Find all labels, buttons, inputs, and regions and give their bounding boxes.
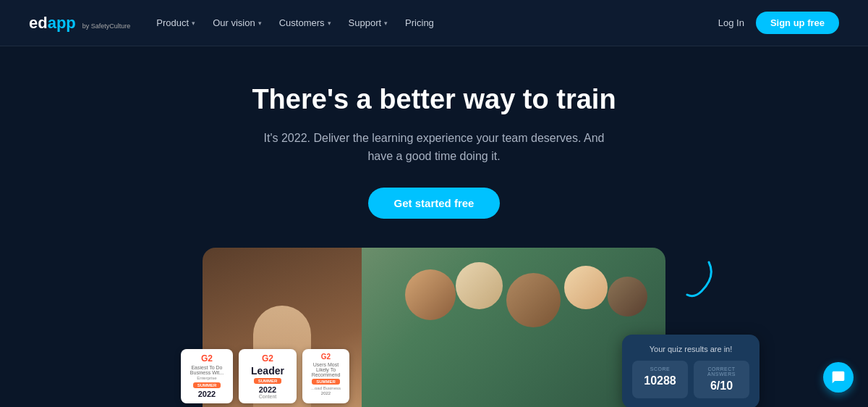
cta-button[interactable]: Get started free — [368, 188, 501, 219]
person-2 — [456, 262, 503, 309]
badge-1-label: Easiest To DoBusiness Wit... — [190, 365, 224, 375]
nav-customers[interactable]: Customers ▾ — [279, 17, 331, 28]
signup-button[interactable]: Sign up free — [756, 12, 839, 34]
nav-support[interactable]: Support ▾ — [349, 17, 388, 28]
chevron-down-icon: ▾ — [192, 20, 195, 27]
navbar: edapp by SafetyCulture Product ▾ Our vis… — [0, 0, 868, 46]
badge-3-year: 2022 — [321, 391, 331, 395]
logo-ed: ed — [29, 14, 48, 33]
g2-logo-2: G2 — [262, 353, 273, 364]
person-1 — [405, 269, 456, 320]
nav-product[interactable]: Product ▾ — [156, 17, 195, 28]
quiz-correct-value: 6/10 — [698, 379, 745, 393]
badges-overlay: G2 Easiest To DoBusiness Wit... Enterpri… — [181, 349, 349, 403]
hero-section: There's a better way to train It's 2022.… — [0, 46, 868, 407]
quiz-correct-label: CORRECT ANSWERS — [698, 366, 745, 377]
nav-pricing[interactable]: Pricing — [405, 17, 434, 28]
logo-sub: by SafetyCulture — [82, 22, 131, 30]
chat-bubble-button[interactable] — [823, 362, 854, 393]
quiz-score-label: SCORE — [637, 366, 684, 372]
person-5 — [608, 277, 647, 316]
chevron-down-icon: ▾ — [258, 20, 262, 27]
chevron-down-icon: ▾ — [384, 20, 388, 27]
badge-2-season: SUMMER — [254, 378, 282, 384]
badge-3-sublabel: ...oad Business — [311, 386, 341, 390]
hero-subtitle: It's 2022. Deliver the learning experien… — [260, 129, 608, 166]
preview-section: G2 Easiest To DoBusiness Wit... Enterpri… — [109, 248, 760, 407]
badge-leader-text: Leader — [251, 365, 284, 377]
logo-app: app — [48, 14, 76, 33]
badge-3-label: Users MostLikely ToRecommend — [312, 362, 341, 377]
preview-right-panel — [362, 248, 665, 407]
quiz-title: Your quiz results are in! — [632, 345, 749, 353]
quiz-score-value: 10288 — [637, 374, 684, 387]
nav-our-vision[interactable]: Our vision ▾ — [213, 17, 262, 28]
quiz-correct: CORRECT ANSWERS 6/10 — [694, 361, 749, 398]
quiz-stats: SCORE 10288 CORRECT ANSWERS 6/10 — [632, 361, 749, 398]
badge-2-content: Content — [259, 394, 277, 399]
person-4 — [564, 266, 608, 309]
badge-2-year: 2022 — [259, 385, 276, 394]
quiz-card: Your quiz results are in! SCORE 10288 CO… — [622, 335, 760, 407]
g2-logo-3: G2 — [321, 353, 331, 361]
deco-curl — [680, 255, 716, 301]
g2-logo-1: G2 — [201, 353, 213, 364]
badge-1-year: 2022 — [198, 390, 216, 398]
nav-links: Product ▾ Our vision ▾ Customers ▾ Suppo… — [156, 17, 718, 28]
badge-leader: G2 Leader SUMMER 2022 Content — [239, 349, 297, 403]
person-3 — [506, 273, 561, 327]
badge-3-season: SUMMER — [312, 379, 340, 385]
nav-actions: Log In Sign up free — [718, 12, 839, 34]
badge-easiest: G2 Easiest To DoBusiness Wit... Enterpri… — [181, 349, 233, 403]
quiz-score: SCORE 10288 — [632, 361, 688, 398]
chevron-down-icon: ▾ — [328, 20, 331, 27]
login-button[interactable]: Log In — [718, 17, 744, 28]
badge-1-season: SUMMER — [193, 382, 221, 388]
hero-title: There's a better way to train — [252, 84, 616, 116]
badge-1-sublabel: Enterprise — [197, 376, 216, 380]
badge-users: G2 Users MostLikely ToRecommend SUMMER .… — [302, 349, 349, 403]
people-group — [362, 248, 665, 407]
logo[interactable]: edapp by SafetyCulture — [29, 14, 130, 33]
